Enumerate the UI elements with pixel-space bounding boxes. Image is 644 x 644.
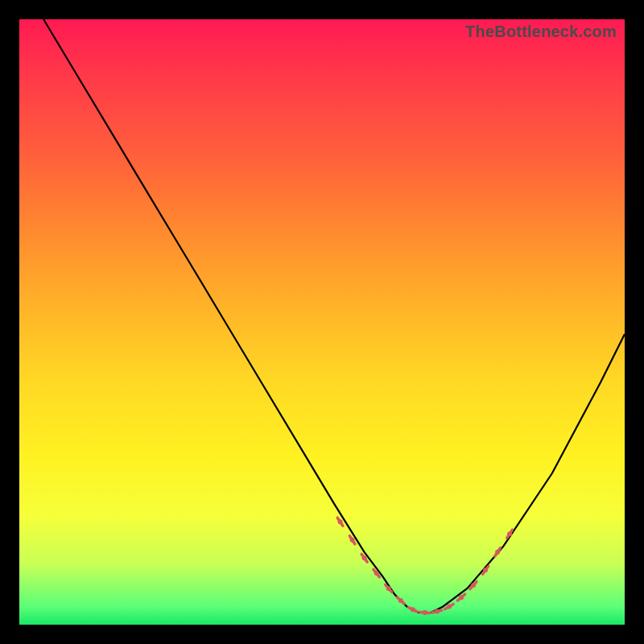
marker-dot bbox=[350, 538, 355, 543]
chart-area: TheBottleneck.com bbox=[19, 19, 625, 625]
marker-dot bbox=[362, 555, 367, 560]
marker-dot bbox=[495, 550, 500, 555]
marker-dot bbox=[471, 583, 476, 588]
marker-dot bbox=[386, 586, 391, 591]
marker-dot bbox=[507, 531, 512, 536]
marker-dot bbox=[338, 519, 343, 524]
marker-dot bbox=[459, 595, 464, 600]
marker-dot bbox=[423, 610, 427, 615]
marker-dot bbox=[398, 598, 403, 603]
marker-dot bbox=[483, 568, 488, 572]
plot-svg bbox=[19, 19, 625, 625]
bottleneck-curve bbox=[43, 19, 625, 613]
marker-dot bbox=[447, 604, 452, 609]
marker-dot bbox=[411, 607, 415, 612]
marker-dot bbox=[374, 571, 379, 576]
marker-dot bbox=[435, 609, 440, 614]
